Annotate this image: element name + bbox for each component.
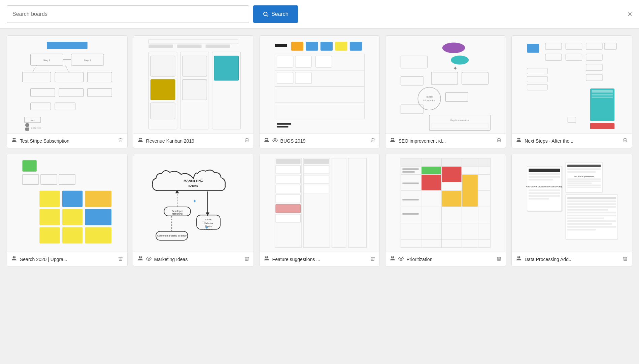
svg-rect-143 <box>275 205 300 213</box>
svg-rect-138 <box>304 159 329 164</box>
svg-rect-43 <box>320 42 332 51</box>
board-footer: Next Steps - After the... <box>512 133 632 148</box>
visibility-icon <box>146 256 152 263</box>
svg-line-19 <box>65 65 69 72</box>
svg-rect-15 <box>55 103 75 110</box>
search-button[interactable]: Search <box>253 5 298 23</box>
svg-rect-108 <box>22 174 38 184</box>
svg-rect-98 <box>22 160 36 172</box>
board-preview: MARKETING IDEAS Developer Marketing ✦ ✦ … <box>133 154 254 252</box>
svg-rect-191 <box>567 212 616 214</box>
board-name: Revenue Kanban 2019 <box>146 138 241 144</box>
svg-rect-34 <box>182 56 207 76</box>
svg-rect-69 <box>446 93 468 102</box>
svg-rect-136 <box>348 158 366 248</box>
delete-icon[interactable] <box>118 138 123 144</box>
svg-rect-176 <box>529 169 560 172</box>
board-footer: Test Stripe Subscription <box>7 133 127 148</box>
board-name: Next Steps - After the... <box>525 138 620 144</box>
delete-icon[interactable] <box>118 256 123 263</box>
preview-svg <box>385 154 506 252</box>
delete-icon[interactable] <box>244 256 249 263</box>
svg-rect-197 <box>567 229 596 230</box>
svg-rect-27 <box>177 45 202 48</box>
group-icon <box>11 137 17 145</box>
svg-rect-92 <box>527 68 547 74</box>
svg-rect-135 <box>332 158 346 248</box>
board-card[interactable]: Feature suggestions ... <box>259 154 380 267</box>
board-footer: Search 2020 | Upgra... <box>7 252 127 266</box>
svg-rect-169 <box>403 183 419 184</box>
svg-rect-25 <box>148 40 238 44</box>
board-card[interactable]: MARKETING IDEAS Developer Marketing ✦ ✦ … <box>133 154 254 267</box>
svg-rect-152 <box>401 158 491 166</box>
delete-icon[interactable] <box>496 138 502 144</box>
svg-rect-10 <box>88 72 112 82</box>
svg-rect-26 <box>148 45 173 48</box>
svg-text:Key to remember: Key to remember <box>450 119 469 122</box>
svg-point-131 <box>140 256 142 258</box>
svg-rect-86 <box>586 74 602 81</box>
delete-icon[interactable] <box>623 138 628 144</box>
delete-icon[interactable] <box>244 138 249 144</box>
svg-text:Marketing: Marketing <box>172 212 182 215</box>
svg-point-97 <box>519 138 520 140</box>
svg-text:Guides: Guides <box>205 225 211 227</box>
svg-rect-70 <box>401 76 423 85</box>
board-card[interactable]: Step 1 Step 2 data <box>7 35 128 148</box>
svg-rect-193 <box>567 218 604 219</box>
svg-rect-89 <box>592 94 613 96</box>
search-input[interactable] <box>7 5 249 23</box>
svg-rect-164 <box>442 167 462 182</box>
board-preview <box>260 36 380 133</box>
svg-rect-175 <box>527 166 562 211</box>
svg-rect-139 <box>275 166 300 174</box>
svg-rect-37 <box>214 56 239 80</box>
delete-icon[interactable] <box>496 256 502 263</box>
svg-rect-101 <box>39 227 60 244</box>
svg-rect-106 <box>85 209 112 225</box>
svg-rect-163 <box>422 175 441 190</box>
svg-rect-82 <box>545 54 562 60</box>
close-button[interactable]: × <box>628 9 632 19</box>
svg-point-0 <box>264 12 267 16</box>
delete-icon[interactable] <box>370 256 375 263</box>
svg-rect-2 <box>47 42 88 49</box>
board-card[interactable]: Add GDPR section on Privacy Policy <box>511 154 632 267</box>
svg-rect-179 <box>529 179 553 181</box>
svg-point-174 <box>400 258 402 259</box>
svg-rect-87 <box>590 88 615 121</box>
svg-text:✦: ✦ <box>453 65 458 72</box>
svg-rect-186 <box>567 197 616 199</box>
svg-rect-165 <box>442 191 462 207</box>
svg-rect-199 <box>567 165 601 167</box>
delete-icon[interactable] <box>370 138 375 144</box>
board-card[interactable]: BUGS 2019 <box>259 35 380 148</box>
search-header: Search × <box>0 0 639 29</box>
search-icon <box>263 11 269 17</box>
svg-rect-74 <box>431 123 488 129</box>
svg-point-75 <box>391 138 393 140</box>
visibility-icon <box>398 256 404 263</box>
board-card[interactable]: Prioritization <box>385 154 506 267</box>
svg-rect-77 <box>527 44 539 53</box>
group-icon <box>516 137 522 145</box>
svg-rect-144 <box>275 214 300 222</box>
svg-point-58 <box>267 138 268 140</box>
delete-icon[interactable] <box>623 256 628 263</box>
svg-text:List of sub-processors: List of sub-processors <box>574 176 594 178</box>
board-card[interactable]: ✦ Target Information Key to remember <box>385 35 506 148</box>
board-name: SEO improvement id... <box>398 138 494 144</box>
svg-line-18 <box>33 65 37 72</box>
svg-rect-194 <box>567 220 616 222</box>
svg-point-208 <box>517 256 519 258</box>
board-preview: ✦ Target Information Key to remember <box>385 36 506 133</box>
svg-rect-204 <box>567 181 601 182</box>
group-icon <box>264 137 270 145</box>
preview-svg <box>512 36 632 133</box>
board-card[interactable]: Next Steps - After the... <box>511 35 632 148</box>
board-card[interactable]: Search 2020 | Upgra... <box>7 154 128 267</box>
board-card[interactable]: Revenue Kanban 2019 <box>133 35 254 148</box>
svg-rect-85 <box>586 64 602 71</box>
svg-text:IDEAS: IDEAS <box>188 184 198 187</box>
